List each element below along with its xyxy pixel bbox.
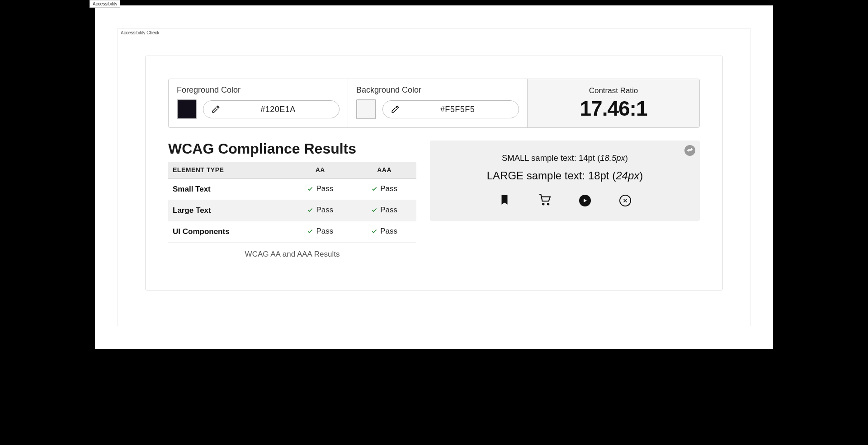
sample-small-text: SMALL sample text: 14pt (18.5px): [441, 153, 689, 163]
row-aaa: Pass: [352, 200, 416, 221]
close-circle-icon: [619, 195, 631, 206]
swap-colors-button[interactable]: [684, 145, 695, 156]
background-swatch[interactable]: [356, 99, 376, 119]
col-element-type: ELEMENT TYPE: [168, 162, 288, 178]
contrast-ratio-block: Contrast Ratio 17.46:1: [527, 79, 699, 127]
col-aaa: AAA: [352, 162, 416, 178]
col-aa: AA: [288, 162, 352, 178]
foreground-hex-input[interactable]: #120E1A: [203, 100, 340, 118]
sample-panel: SMALL sample text: 14pt (18.5px) LARGE s…: [430, 141, 700, 221]
results-table-block: WCAG Compliance Results ELEMENT TYPE AA …: [168, 141, 416, 259]
sample-large-text: LARGE sample text: 18pt (24px): [441, 169, 689, 182]
foreground-hex-value: #120E1A: [225, 105, 331, 114]
contrast-checker-card: Foreground Color #120E1A Background Colo…: [145, 56, 723, 290]
eyedropper-icon[interactable]: [212, 105, 220, 113]
play-icon: [579, 195, 591, 206]
row-aa: Pass: [288, 200, 352, 221]
row-aa: Pass: [288, 221, 352, 243]
row-aa: Pass: [288, 178, 352, 200]
foreground-label: Foreground Color: [177, 85, 340, 95]
app-frame: Accessibility Accessibility Check Foregr…: [95, 5, 773, 349]
row-type: UI Components: [168, 221, 288, 243]
cart-icon: [539, 194, 551, 207]
background-label: Background Color: [356, 85, 519, 95]
row-type: Small Text: [168, 178, 288, 200]
table-row: Small TextPassPass: [168, 178, 416, 200]
contrast-ratio-label: Contrast Ratio: [589, 86, 638, 95]
table-row: Large TextPassPass: [168, 200, 416, 221]
results-area: WCAG Compliance Results ELEMENT TYPE AA …: [168, 141, 700, 259]
row-type: Large Text: [168, 200, 288, 221]
results-caption: WCAG AA and AAA Results: [168, 250, 416, 259]
foreground-block: Foreground Color #120E1A: [169, 79, 348, 127]
foreground-swatch[interactable]: [177, 99, 197, 119]
contrast-ratio-value: 17.46:1: [580, 96, 647, 121]
row-aaa: Pass: [352, 221, 416, 243]
sample-icons-row: [470, 194, 660, 207]
accessibility-tab[interactable]: Accessibility: [90, 0, 120, 8]
svg-point-1: [547, 203, 549, 205]
results-title: WCAG Compliance Results: [168, 141, 416, 157]
panel-title: Accessibility Check: [121, 30, 160, 35]
background-hex-value: #F5F5F5: [405, 105, 510, 114]
background-hex-input[interactable]: #F5F5F5: [382, 100, 519, 118]
table-row: UI ComponentsPassPass: [168, 221, 416, 243]
svg-point-0: [542, 203, 544, 205]
contrast-bar: Foreground Color #120E1A Background Colo…: [168, 79, 700, 128]
background-block: Background Color #F5F5F5: [348, 79, 527, 127]
accessibility-panel: Accessibility Check Foreground Color #12…: [118, 28, 750, 326]
row-aaa: Pass: [352, 178, 416, 200]
eyedropper-icon[interactable]: [391, 105, 399, 113]
bookmark-icon: [499, 194, 510, 207]
wcag-table: ELEMENT TYPE AA AAA Small TextPassPassLa…: [168, 162, 416, 243]
